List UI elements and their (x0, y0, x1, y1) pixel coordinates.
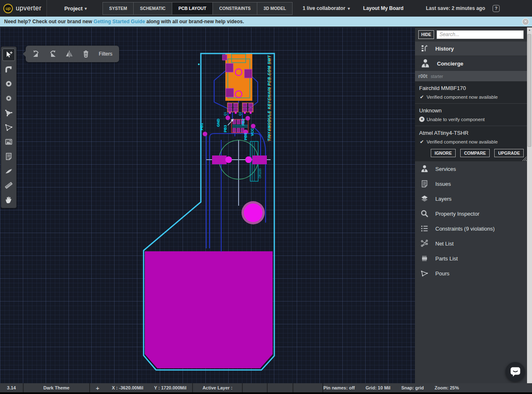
tab-constraints[interactable]: CONSTRAINTS (213, 2, 257, 15)
hide-sidebar-button[interactable]: HIDE (418, 30, 434, 39)
pour-filled-icon (4, 108, 13, 117)
component-name: Atmel ATtiny4-TSHR (419, 130, 523, 136)
flip-horizontal-button[interactable] (64, 49, 75, 59)
chat-launcher[interactable] (505, 362, 525, 382)
trace-tool-button[interactable] (2, 63, 15, 75)
scrollbar-thumb[interactable] (527, 34, 531, 147)
pan-tool-button[interactable] (2, 194, 15, 206)
close-icon[interactable]: ✕ (522, 18, 529, 25)
component-status: ✔ Verified component now available (419, 94, 523, 100)
editor-tabs: SYSTEM SCHEMATIC PCB LAYOUT CONSTRAINTS … (102, 2, 293, 15)
notification-text: Need help? Check out our brand new Getti… (4, 19, 244, 24)
upgrade-button[interactable]: UPGRADE (494, 149, 524, 157)
theme-selector[interactable]: Dark Theme (24, 383, 89, 392)
tab-pcb-layout[interactable]: PCB LAYOUT (172, 2, 213, 15)
trace-icon (4, 65, 13, 74)
verified-check-icon: ✔ (419, 139, 425, 144)
help-button[interactable]: ? (493, 5, 500, 12)
component-status: ✕ Unable to verify component (419, 117, 523, 122)
sidebar-search-row: HIDE (415, 27, 527, 41)
notification-bar: Need help? Check out our brand new Getti… (0, 17, 532, 27)
chip-icon (420, 254, 429, 263)
sidebar-item-concierge[interactable]: Concierge (415, 56, 527, 71)
component-entry[interactable]: Fairchild MMBF170 ✔ Verified component n… (415, 81, 527, 103)
project-menu[interactable]: Project ▾ (64, 5, 87, 12)
tab-system[interactable]: SYSTEM (103, 2, 134, 15)
scroll-up-icon[interactable]: ▲ (527, 29, 532, 31)
trash-icon (81, 49, 90, 58)
pcb-canvas[interactable]: CR1220 (0, 27, 415, 383)
pour-tool-button[interactable] (2, 107, 15, 119)
collaborators-label: 1 live collaborator (303, 5, 345, 11)
sidebar-item-pours[interactable]: Pours (415, 266, 527, 281)
verified-check-icon: ✔ (419, 94, 425, 100)
pad-tool-button[interactable] (2, 92, 15, 105)
compare-button[interactable]: COMPARE (460, 149, 490, 157)
sidebar-scrollbar[interactable]: ▲ (527, 27, 532, 383)
layers-icon (420, 194, 429, 203)
flip-horizontal-icon (65, 49, 74, 58)
sidebar-item-constraints[interactable]: Constraints (9 violations) (415, 221, 527, 236)
collaborators-menu[interactable]: 1 live collaborator ▾ (303, 5, 350, 11)
pcb-artwork: CR1220 (0, 27, 415, 383)
note-tool-button[interactable] (2, 150, 15, 163)
tool-palette (1, 46, 17, 208)
rotate-left-icon (32, 49, 41, 58)
sidebar-item-issues[interactable]: Issues (415, 176, 527, 191)
image-icon (4, 137, 13, 146)
sidebar-item-property-inspector[interactable]: Property Inspector (415, 206, 527, 221)
pour-outline-tool-button[interactable] (2, 121, 15, 134)
rotate-left-button[interactable] (31, 49, 41, 59)
sidebar-item-parts-list[interactable]: Parts List (415, 251, 527, 266)
active-layer-value[interactable] (243, 383, 267, 392)
ruler-tool-button[interactable] (2, 179, 15, 192)
pin-names-setting[interactable]: Pin names: off (323, 385, 355, 390)
select-tool-button[interactable] (2, 49, 15, 61)
note-icon (4, 152, 13, 161)
tab-schematic[interactable]: SCHEMATIC (134, 2, 172, 15)
ignore-button[interactable]: IGNORE (431, 149, 455, 157)
rotate-right-button[interactable] (47, 49, 58, 59)
copper-pour[interactable] (145, 251, 273, 368)
top-bar: up upverter Project ▾ SYSTEM SCHEMATIC P… (0, 0, 532, 17)
sidebar-item-layers[interactable]: Layers (415, 191, 527, 206)
transistor-q1[interactable]: Q1 (224, 103, 238, 116)
knife-tool-button[interactable] (2, 165, 15, 177)
transistor-q2[interactable]: Q2 (239, 103, 253, 116)
sidebar-item-history[interactable]: History (415, 41, 527, 56)
status-bar: 3.14 Dark Theme + X : -3620.00Mil Y : 17… (0, 383, 532, 392)
snap-setting[interactable]: Snap: grid (401, 385, 424, 390)
sidebar-item-services[interactable]: Services (415, 161, 527, 176)
grid-setting[interactable]: Grid: 10 Mil (366, 385, 390, 390)
history-label: History (435, 46, 454, 52)
component-entry[interactable]: Unknown ✕ Unable to verify component (415, 103, 527, 126)
list-icon (420, 224, 429, 233)
layer-swatch[interactable] (268, 383, 293, 392)
active-layer-label: Active Layer : (193, 383, 242, 392)
tab-3d-model[interactable]: 3D MODEL (257, 2, 292, 15)
upverter-logo-icon: up (3, 4, 13, 13)
image-tool-button[interactable] (2, 136, 15, 148)
services-icon (420, 164, 429, 173)
project-label: Project (64, 5, 83, 12)
pour-outline-icon (4, 123, 13, 132)
net-gnd: GND (216, 119, 220, 127)
concierge-actions: IGNORE COMPARE UPGRADE (415, 148, 527, 161)
document-icon (420, 179, 429, 188)
delete-button[interactable] (81, 49, 91, 59)
net-pb3: PB3 (223, 125, 227, 132)
led-pad[interactable] (242, 201, 265, 224)
component-name: Fairchild MMBF170 (419, 85, 523, 91)
zoom-level[interactable]: Zoom: 25% (434, 385, 459, 390)
battery-clip-component[interactable] (222, 54, 252, 101)
logo[interactable]: up upverter (0, 0, 47, 17)
via-tool-button[interactable] (2, 78, 15, 90)
sidebar-item-net-list[interactable]: Net List (415, 236, 527, 251)
component-entry[interactable]: Atmel ATtiny4-TSHR ✔ Verified component … (415, 126, 527, 148)
statusbar-spacer-cell (293, 383, 322, 392)
net-pb1: PB1 (200, 123, 204, 130)
filters-button[interactable]: Filters (99, 51, 112, 57)
version-label: 3.14 (0, 383, 23, 392)
getting-started-link[interactable]: Getting Started Guide (93, 19, 145, 24)
search-input[interactable] (437, 30, 524, 39)
